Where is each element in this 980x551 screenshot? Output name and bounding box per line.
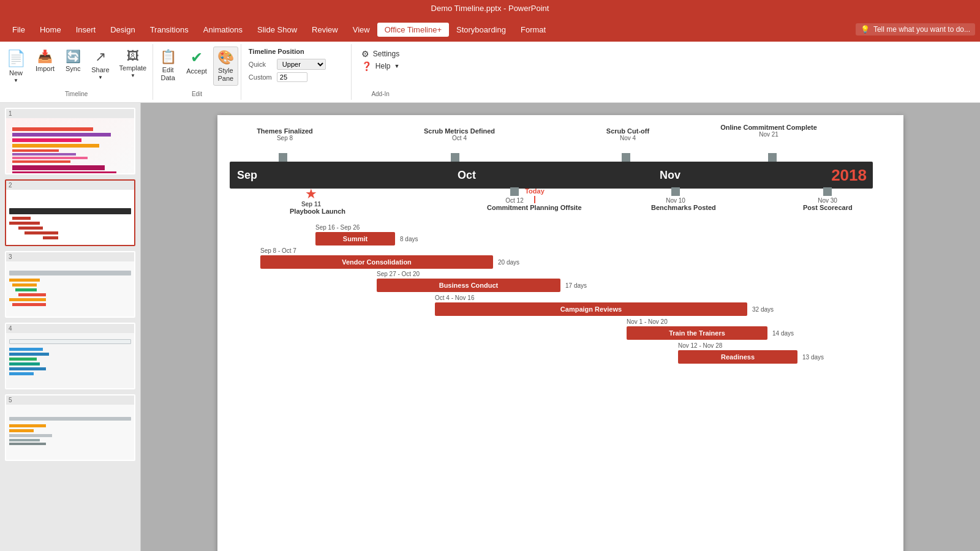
timelinepos-title: Timeline Position [249, 48, 344, 55]
readiness-row: Nov 12 - Nov 28 Readiness 13 days [678, 342, 824, 364]
ribbon-template-label: Template [119, 64, 147, 72]
ribbon-import-button[interactable]: 📥 Import [32, 47, 58, 75]
marker-themes [279, 153, 287, 162]
template-icon: 🖼 [127, 49, 139, 63]
ribbon-settings-label: Settings [373, 50, 399, 58]
campaignreviews-row: Oct 4 - Nov 16 Campaign Reviews 32 days [435, 294, 774, 316]
edit-group-label: Edit [153, 89, 241, 100]
post-scorecard-marker: Nov 30 Post Scorecard [803, 187, 852, 211]
playbook-launch-area: ★ Sep 11 Playbook Launch [290, 187, 333, 215]
timeline-bar: Sep Oct Nov 2018 [230, 162, 873, 189]
businessconduct-row: Sep 27 - Oct 20 Business Conduct 17 days [377, 271, 587, 292]
benchmarks-marker: Nov 10 Benchmarks Posted [651, 187, 700, 211]
accept-icon: ✔ [190, 49, 203, 66]
menu-insert[interactable]: Insert [69, 23, 104, 37]
ribbon: 📄 New ▼ 📥 Import 🔄 Sync ↗ Share ▼ 🖼 Temp… [0, 42, 980, 103]
milestone-onlinecommitment-label: Online Commitment Complete Nov 21 [720, 124, 818, 138]
new-doc-icon: 📄 [6, 49, 26, 68]
readiness-bar: Readiness [678, 350, 797, 364]
milestone-scrubcutoff-label: Scrub Cut-off Nov 4 [597, 127, 658, 141]
menu-bar: File Home Insert Design Transitions Anim… [0, 17, 980, 42]
quick-select[interactable]: Upper Lower Center [277, 59, 326, 70]
commitment-planning-marker: Oct 12 Commitment Planning Offsite [487, 187, 542, 211]
summit-row: Sep 16 - Sep 26 Summit 8 days [315, 224, 418, 246]
ribbon-share-button[interactable]: ↗ Share ▼ [88, 47, 113, 83]
summit-bar: Summit [315, 232, 395, 246]
ribbon-new-button[interactable]: 📄 New ▼ [2, 47, 29, 86]
ribbon-new-label: New [9, 69, 23, 77]
search-box[interactable]: 💡 Tell me what you want to do... [856, 23, 975, 36]
menu-slideshow[interactable]: Slide Show [250, 23, 304, 37]
share-icon: ↗ [95, 49, 106, 65]
campaignreviews-bar: Campaign Reviews [435, 302, 747, 316]
menu-transitions[interactable]: Transitions [143, 23, 196, 37]
ribbon-settings-button[interactable]: ⚙ Settings [359, 48, 402, 60]
slide-thumb-3[interactable]: 3 [5, 251, 135, 318]
search-placeholder: Tell me what you want to do... [873, 25, 970, 34]
ribbon-import-label: Import [36, 65, 55, 72]
month-oct-label: Oct [458, 169, 476, 182]
slide-panel: 1 2 [0, 103, 141, 551]
import-icon: 📥 [37, 49, 53, 64]
year-label: 2018 [831, 166, 867, 185]
marker-scrubcutoff [622, 153, 630, 162]
menu-officetimeline[interactable]: Office Timeline+ [377, 23, 449, 37]
ribbon-template-button[interactable]: 🖼 Template ▼ [116, 47, 151, 81]
vendor-row: Sep 8 - Oct 7 Vendor Consolidation 20 da… [260, 247, 519, 269]
businessconduct-bar: Business Conduct [377, 279, 560, 292]
title-bar: Demo Timeline.pptx - PowerPoint [0, 0, 980, 17]
main-layout: 1 2 [0, 103, 980, 551]
slide-thumb-4[interactable]: 4 [5, 323, 135, 389]
slide-thumb-5[interactable]: 5 [5, 394, 135, 461]
addin-group-label: Add-In [359, 89, 402, 100]
menu-file[interactable]: File [5, 23, 32, 37]
month-sep-label: Sep [237, 169, 257, 182]
help-icon: ❓ [361, 61, 372, 71]
milestone-scrubmetrics-label: Scrub Metrics Defined Oct 4 [423, 127, 496, 141]
ribbon-accept-label: Accept [186, 67, 207, 75]
ribbon-stylepane-button[interactable]: 🎨 StylePane [213, 47, 238, 86]
menu-design[interactable]: Design [103, 23, 142, 37]
quick-label: Quick [249, 61, 273, 68]
slide-thumb-2[interactable]: 2 [5, 179, 135, 246]
canvas-area: Themes Finalized Sep 8 Scrub Metrics Def… [141, 103, 980, 551]
month-nov-label: Nov [660, 169, 680, 182]
window-title: Demo Timeline.pptx - PowerPoint [431, 4, 549, 13]
marker-onlinecommitment [768, 153, 777, 162]
editdata-icon: 📋 [160, 49, 176, 65]
vendor-bar: Vendor Consolidation [260, 255, 493, 269]
menu-animations[interactable]: Animations [196, 23, 250, 37]
ribbon-sync-label: Sync [66, 65, 80, 72]
milestone-themes-label: Themes Finalized Sep 8 [254, 127, 315, 141]
custom-label: Custom [249, 73, 273, 81]
trainers-row: Nov 1 - Nov 20 Train the Trainers 14 day… [627, 318, 794, 340]
ribbon-accept-button[interactable]: ✔ Accept [183, 47, 211, 77]
search-icon: 💡 [861, 25, 870, 34]
ribbon-sync-button[interactable]: 🔄 Sync [61, 47, 85, 75]
slide-thumb-1[interactable]: 1 [5, 108, 135, 174]
menu-format[interactable]: Format [513, 23, 553, 37]
trainers-bar: Train the Trainers [627, 326, 767, 340]
ribbon-help-label: Help [375, 62, 391, 70]
timeline-group-label: Timeline [0, 89, 153, 100]
sync-icon: 🔄 [66, 49, 81, 64]
stylepane-icon: 🎨 [217, 50, 234, 66]
custom-input[interactable] [277, 72, 307, 82]
menu-home[interactable]: Home [32, 23, 69, 37]
slide-canvas: Themes Finalized Sep 8 Scrub Metrics Def… [217, 115, 903, 551]
settings-icon: ⚙ [361, 49, 369, 59]
marker-scrubmetrics [451, 153, 459, 162]
ribbon-editdata-button[interactable]: 📋 EditData [156, 47, 180, 84]
menu-view[interactable]: View [345, 23, 377, 37]
ribbon-share-label: Share [91, 66, 109, 73]
ribbon-help-button[interactable]: ❓ Help ▼ [359, 60, 402, 72]
menu-storyboarding[interactable]: Storyboarding [449, 23, 513, 37]
menu-review[interactable]: Review [304, 23, 345, 37]
